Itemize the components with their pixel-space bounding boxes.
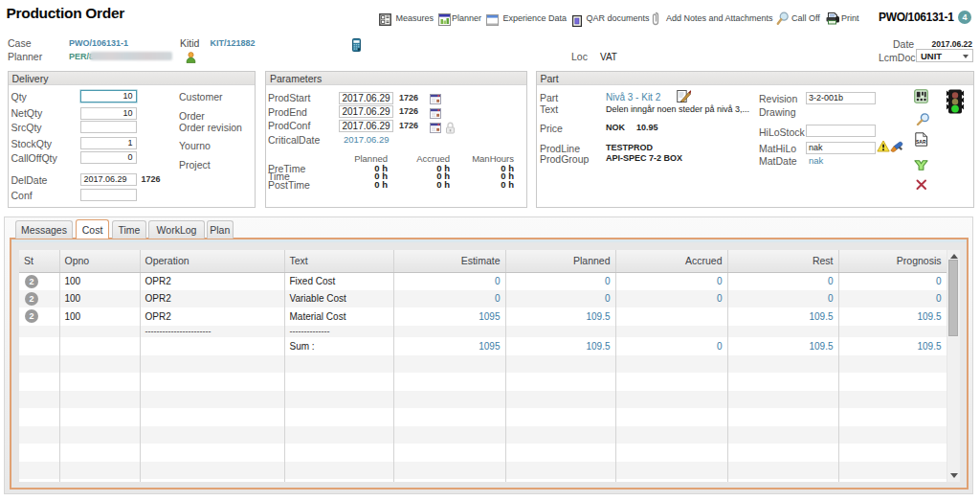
svg-text:SAR: SAR bbox=[916, 139, 926, 145]
